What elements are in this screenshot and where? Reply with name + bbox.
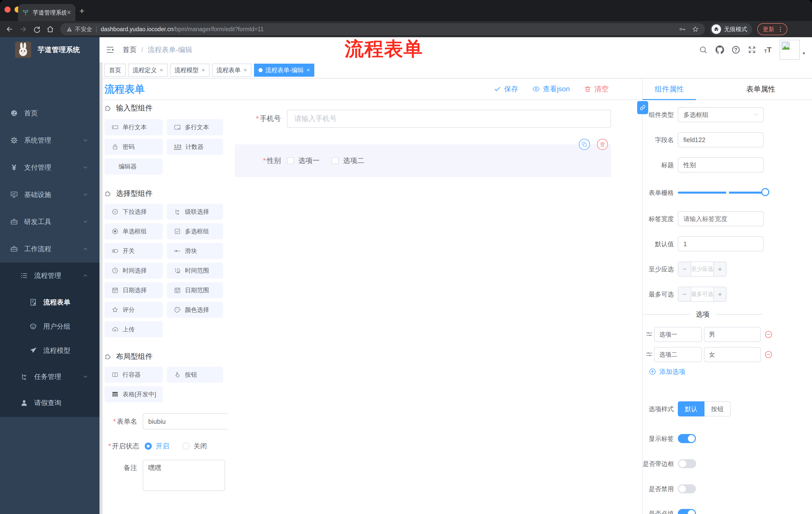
gender-option1[interactable]: 选项一 xyxy=(287,156,320,165)
clear-button[interactable]: 清空 xyxy=(584,84,609,94)
component-date-range[interactable]: 日期范围 xyxy=(167,282,223,298)
component-cascader[interactable]: 级联选择 xyxy=(167,204,223,220)
save-button[interactable]: 保存 xyxy=(494,84,518,94)
app-logo-row[interactable]: 芋道管理系统 xyxy=(0,37,99,62)
increase-button[interactable]: + xyxy=(714,287,726,301)
tag-close-icon[interactable]: × xyxy=(307,67,310,74)
tab-form-props[interactable]: 表单属性 xyxy=(713,78,809,100)
phone-input[interactable] xyxy=(287,110,611,128)
component-color-picker[interactable]: 颜色选择 xyxy=(167,302,223,318)
slider-handle[interactable] xyxy=(761,188,769,196)
avatar-caret-icon[interactable]: ▾ xyxy=(803,51,805,56)
component-time-range[interactable]: 时间范围 xyxy=(167,263,223,279)
remove-option-icon[interactable] xyxy=(764,350,773,359)
component-password[interactable]: 密码 xyxy=(105,139,163,155)
component-row-container[interactable]: 行容器 xyxy=(105,367,163,383)
option-label-input[interactable] xyxy=(654,347,702,362)
show-label-toggle[interactable] xyxy=(678,434,696,443)
status-off-label[interactable]: 关闭 xyxy=(194,441,207,451)
status-off-radio[interactable] xyxy=(182,442,190,450)
component-date-picker[interactable]: 日期选择 xyxy=(105,282,163,298)
sidebar-item-workflow[interactable]: 工作流程 xyxy=(0,235,99,263)
drag-handle-icon[interactable] xyxy=(645,351,653,359)
fullscreen-icon[interactable] xyxy=(748,46,756,54)
sidebar-item-system[interactable]: 系统管理 xyxy=(0,127,99,154)
sidebar-item-infra[interactable]: 基础设施 xyxy=(0,181,99,208)
security-label[interactable]: 不安全 xyxy=(75,25,92,33)
component-table[interactable]: 表格[开发中] xyxy=(105,386,163,402)
sidebar-item-user-group[interactable]: 用户分组 xyxy=(0,314,99,339)
font-size-icon[interactable]: TT xyxy=(764,46,772,54)
style-button-button[interactable]: 按钮 xyxy=(704,401,731,416)
checkbox[interactable] xyxy=(287,157,294,164)
form-remark-textarea[interactable]: 嘿嘿 xyxy=(143,460,225,491)
component-time-picker[interactable]: 时间选择 xyxy=(105,263,163,279)
sidebar-item-process-model[interactable]: 流程模型 xyxy=(0,339,99,362)
sidebar-item-devtools[interactable]: 研发工具 xyxy=(0,208,99,235)
view-json-button[interactable]: 查看json xyxy=(532,84,570,94)
component-editor[interactable]: 编辑器 xyxy=(105,158,163,174)
sidebar-item-process-mgmt[interactable]: 流程管理 xyxy=(0,263,99,289)
bookmark-star-icon[interactable] xyxy=(692,26,699,33)
option-value-input[interactable] xyxy=(704,347,761,362)
tag-process-form-edit[interactable]: 流程表单-编辑× xyxy=(254,64,315,77)
tag-close-icon[interactable]: × xyxy=(244,67,247,74)
form-name-input[interactable] xyxy=(143,413,228,430)
github-icon[interactable] xyxy=(716,46,724,54)
sidebar-toggle-icon[interactable] xyxy=(106,45,115,54)
phone-field-row[interactable]: *手机号 xyxy=(228,110,642,128)
component-counter[interactable]: 123计数器 xyxy=(167,139,223,155)
home-icon[interactable] xyxy=(46,25,54,33)
tab-close-icon[interactable]: ✕ xyxy=(66,9,71,16)
checkbox[interactable] xyxy=(331,157,339,164)
decrease-button[interactable]: − xyxy=(678,262,691,276)
title-input[interactable] xyxy=(678,157,764,172)
tag-process-definition[interactable]: 流程定义× xyxy=(128,64,168,77)
search-icon[interactable] xyxy=(699,46,707,54)
component-checkbox-group[interactable]: 多选框组 xyxy=(167,223,223,239)
sidebar-item-process-form[interactable]: 流程表单 xyxy=(0,290,99,315)
update-button[interactable]: 更新 ⋮ xyxy=(757,23,787,35)
tab-component-props[interactable]: 组件属性 xyxy=(643,78,696,100)
decrease-button[interactable]: − xyxy=(678,287,691,301)
component-radio-group[interactable]: 单选框组 xyxy=(105,223,163,239)
sidebar-item-leave-query[interactable]: 请假查询 xyxy=(0,390,99,416)
tag-home[interactable]: 首页 xyxy=(105,64,126,77)
component-upload[interactable]: 上传 xyxy=(105,321,163,337)
sidebar-item-task-mgmt[interactable]: 任务管理 xyxy=(0,363,99,390)
component-switch[interactable]: 开关 xyxy=(105,243,163,259)
component-rate[interactable]: 评分 xyxy=(105,302,163,318)
reload-icon[interactable] xyxy=(33,25,41,33)
border-toggle[interactable] xyxy=(678,459,696,468)
field-name-input[interactable] xyxy=(678,132,764,147)
duplicate-field-button[interactable] xyxy=(579,139,590,150)
breadcrumb-home[interactable]: 首页 xyxy=(123,45,137,55)
component-type-select[interactable]: 多选框组 xyxy=(678,107,764,122)
remove-option-icon[interactable] xyxy=(764,330,773,339)
min-select-value[interactable]: 至少应选 xyxy=(691,262,714,276)
panel-scroll-strip[interactable] xyxy=(99,62,103,514)
password-key-icon[interactable] xyxy=(679,26,686,33)
component-single-text[interactable]: 单行文本 xyxy=(105,119,163,135)
max-select-value[interactable]: 最多可选 xyxy=(691,287,714,301)
back-icon[interactable] xyxy=(5,25,13,33)
required-toggle[interactable] xyxy=(678,509,696,514)
gender-option2[interactable]: 选项二 xyxy=(331,156,364,165)
sidebar-item-payment[interactable]: ¥ 支付管理 xyxy=(0,154,99,181)
help-icon[interactable]: ? xyxy=(732,46,740,54)
status-on-radio[interactable] xyxy=(145,442,152,450)
label-width-input[interactable] xyxy=(678,211,764,226)
add-option-link[interactable]: 添加选项 xyxy=(649,368,685,376)
drag-handle-icon[interactable] xyxy=(645,330,653,339)
component-select[interactable]: 下拉选择 xyxy=(105,204,163,220)
component-slider[interactable]: 滑块 xyxy=(167,243,223,259)
style-default-button[interactable]: 默认 xyxy=(678,401,704,416)
tag-process-model[interactable]: 流程模型× xyxy=(170,64,209,77)
disabled-toggle[interactable] xyxy=(678,484,696,493)
increase-button[interactable]: + xyxy=(714,262,726,276)
new-tab-button[interactable]: + xyxy=(79,6,84,15)
browser-tab[interactable]: 芋道管理系统 ✕ xyxy=(18,4,76,21)
form-canvas[interactable]: *手机号 *性别 选项一 选项二 xyxy=(228,100,642,514)
option-value-input[interactable] xyxy=(704,327,761,342)
tag-close-icon[interactable]: × xyxy=(160,67,163,74)
